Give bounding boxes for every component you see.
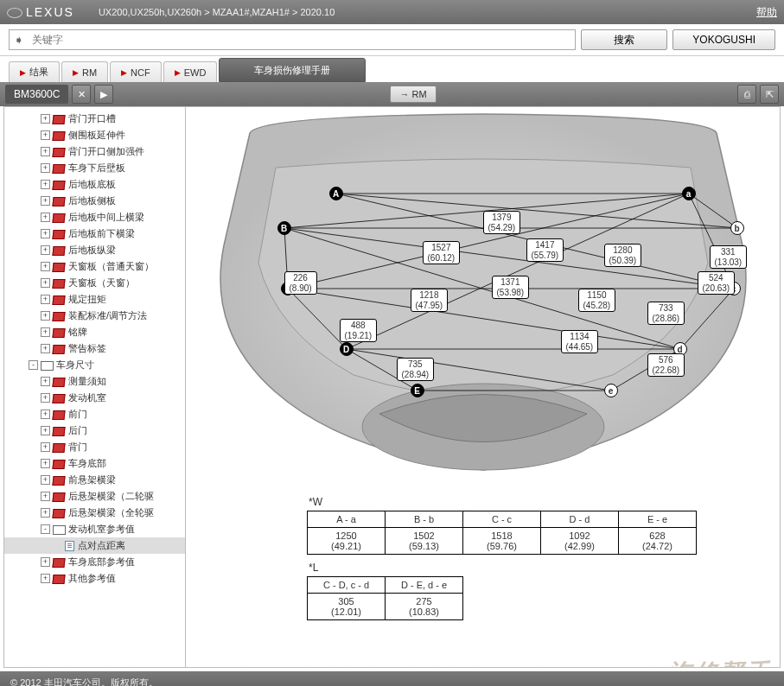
expand-icon[interactable]: + <box>41 163 50 173</box>
tree-label: 后地板中间上横梁 <box>68 211 144 224</box>
expand-icon[interactable]: + <box>41 311 50 321</box>
tree-item[interactable]: +背门开口槽 <box>4 111 185 127</box>
expand-icon[interactable]: + <box>41 229 50 238</box>
expand-icon[interactable]: - <box>41 524 50 534</box>
measure-point-D: D <box>340 342 354 356</box>
search-row: ➧ 搜索 YOKOGUSHI <box>0 24 784 56</box>
book-icon <box>53 378 65 386</box>
tree-item[interactable]: +后悬架横梁（二轮驱 <box>4 488 185 505</box>
tree-item[interactable]: +背门开口侧加强件 <box>4 143 185 160</box>
expand-icon[interactable]: + <box>41 574 50 583</box>
tree-item[interactable]: +后地板中间上横梁 <box>4 209 185 225</box>
print-button[interactable]: ⎙ <box>737 85 756 104</box>
expand-icon[interactable]: + <box>41 492 50 501</box>
measurement-label: 1150(45.28) <box>578 289 616 312</box>
expand-icon[interactable]: + <box>41 130 50 140</box>
tree-label: 背门 <box>68 441 87 454</box>
expand-icon[interactable]: + <box>41 180 50 189</box>
export-button[interactable]: ⇱ <box>760 85 779 104</box>
tree-item[interactable]: +警告标签 <box>4 340 185 357</box>
tree-item[interactable]: -发动机室参考值 <box>4 521 185 537</box>
expand-icon[interactable]: + <box>41 262 50 271</box>
nav-tree[interactable]: +背门开口槽+侧围板延伸件+背门开口侧加强件+车身下后壁板+后地板底板+后地板侧… <box>4 107 186 667</box>
tree-item[interactable]: +规定扭矩 <box>4 291 185 308</box>
tree-item[interactable]: 点对点距离 <box>4 537 185 554</box>
tree-item[interactable]: +发动机室 <box>4 390 185 406</box>
tree-item[interactable]: +背门 <box>4 439 185 455</box>
tree-item[interactable]: +车身下后壁板 <box>4 160 185 176</box>
expand-icon[interactable]: + <box>41 508 50 518</box>
tree-label: 侧围板延伸件 <box>68 129 125 142</box>
rm-jump-button[interactable]: → RM <box>390 86 436 103</box>
tab-ewd[interactable]: ▶EWD <box>163 61 218 82</box>
expand-icon[interactable]: + <box>41 196 50 206</box>
tree-item[interactable]: +天窗板（天窗） <box>4 275 185 291</box>
expand-icon[interactable]: + <box>41 459 50 468</box>
tree-item[interactable]: +测量须知 <box>4 373 185 390</box>
tree-label: 天窗板（普通天窗） <box>68 260 154 273</box>
tree-label: 发动机室 <box>68 391 106 404</box>
tab-result[interactable]: ▶结果 <box>9 61 60 82</box>
measurement-label: 331(13.03) <box>710 245 748 269</box>
expand-icon[interactable]: + <box>41 410 50 419</box>
tab-body-repair[interactable]: 车身损伤修理手册 <box>219 58 366 82</box>
tree-label: 后地板底板 <box>68 178 116 191</box>
tree-item[interactable]: +后地板纵梁 <box>4 242 185 258</box>
tab-ncf[interactable]: ▶NCF <box>110 61 162 82</box>
measure-point-e: e <box>604 384 618 397</box>
measurement-label: 524(20.63) <box>698 271 736 295</box>
search-input[interactable] <box>29 30 575 49</box>
tree-item[interactable]: +后悬架横梁（全轮驱 <box>4 505 185 521</box>
help-link[interactable]: 帮助 <box>756 5 777 20</box>
tree-item[interactable]: +侧围板延伸件 <box>4 127 185 143</box>
expand-icon[interactable]: + <box>41 377 50 386</box>
tree-item[interactable]: +车身底部参考值 <box>4 554 185 570</box>
tree-item[interactable]: +后门 <box>4 422 185 439</box>
expand-icon[interactable]: + <box>41 475 50 485</box>
content-pane[interactable]: AaBbCcDdEe 1379(54.29)1527(60.12)1417(55… <box>186 107 780 667</box>
expand-icon[interactable]: + <box>41 557 50 567</box>
expand-icon[interactable]: + <box>41 295 50 304</box>
tree-label: 后悬架横梁（全轮驱 <box>68 506 154 519</box>
tree-item[interactable]: +后地板前下横梁 <box>4 225 185 242</box>
tree-item[interactable]: -车身尺寸 <box>4 357 185 373</box>
tree-item[interactable]: +前门 <box>4 406 185 422</box>
expand-icon[interactable]: + <box>41 327 50 337</box>
tree-item[interactable]: +车身底部 <box>4 455 185 472</box>
doc-id-label: BM3600C <box>5 85 68 104</box>
expand-icon[interactable]: + <box>41 442 50 452</box>
tab-rm[interactable]: ▶RM <box>61 61 108 82</box>
book-icon <box>53 575 65 583</box>
yokogushi-button[interactable]: YOKOGUSHI <box>672 29 775 50</box>
chevron-right-icon: ▶ <box>175 68 181 77</box>
tree-item[interactable]: +天窗板（普通天窗） <box>4 258 185 275</box>
expand-panel-button[interactable]: ▶ <box>94 85 113 104</box>
measurement-label: 488(19.21) <box>340 319 378 342</box>
expand-icon[interactable]: + <box>41 114 50 124</box>
tree-item[interactable]: +后地板侧板 <box>4 193 185 209</box>
tree-label: 铭牌 <box>68 326 87 339</box>
tree-label: 前门 <box>68 408 87 421</box>
tree-item[interactable]: +其他参考值 <box>4 570 185 587</box>
expand-icon[interactable]: + <box>41 278 50 288</box>
tree-item[interactable]: +装配标准/调节方法 <box>4 308 185 324</box>
book-icon <box>53 525 65 534</box>
tree-item[interactable]: +后地板底板 <box>4 176 185 193</box>
expand-icon[interactable]: + <box>41 147 50 156</box>
measure-point-E: E <box>411 384 424 397</box>
expand-icon[interactable]: + <box>41 213 50 222</box>
tree-label: 后门 <box>68 424 87 437</box>
expand-icon[interactable]: + <box>41 393 50 403</box>
content-toolbar: BM3600C ✕ ▶ → RM ⎙ ⇱ <box>0 82 784 106</box>
tree-label: 装配标准/调节方法 <box>68 309 147 322</box>
expand-icon[interactable]: + <box>41 344 50 353</box>
close-panel-button[interactable]: ✕ <box>72 85 91 104</box>
search-button[interactable]: 搜索 <box>581 29 667 50</box>
tree-item[interactable]: +铭牌 <box>4 324 185 340</box>
expand-icon[interactable]: - <box>29 360 38 370</box>
chevron-right-icon: ▶ <box>73 68 79 77</box>
expand-icon[interactable]: + <box>41 245 50 255</box>
expand-icon[interactable]: + <box>41 426 50 435</box>
body-diagram: AaBbCcDdEe 1379(54.29)1527(60.12)1417(55… <box>207 107 760 479</box>
tree-item[interactable]: +前悬架横梁 <box>4 472 185 488</box>
